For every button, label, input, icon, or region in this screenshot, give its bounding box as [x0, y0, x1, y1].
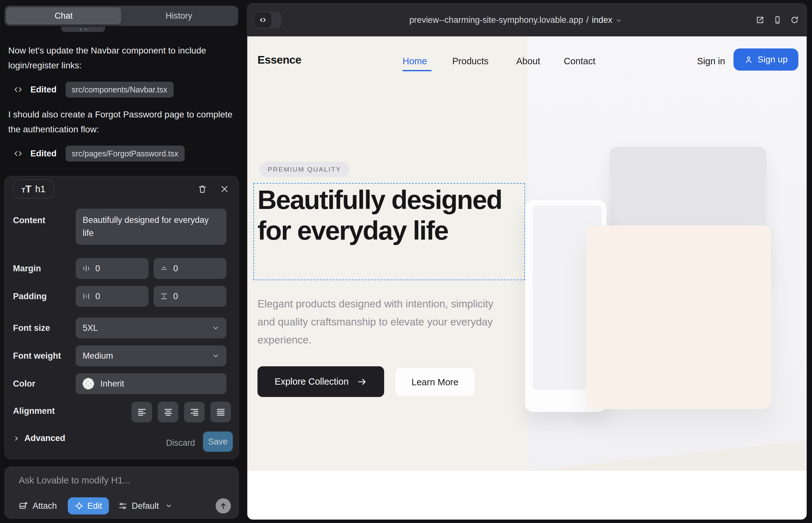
send-button[interactable]	[216, 498, 231, 513]
content-label: Content	[13, 216, 45, 226]
chevron-right-icon	[13, 435, 20, 442]
padding-horizontal-icon	[82, 292, 90, 301]
target-icon	[75, 502, 84, 510]
align-left-icon	[137, 407, 147, 417]
align-justify-button[interactable]	[210, 402, 231, 422]
attach-button[interactable]: Attach	[19, 501, 57, 511]
selected-element-tag[interactable]: TT h1	[13, 180, 54, 198]
mobile-device-icon	[773, 16, 782, 24]
chevron-down-icon	[212, 324, 219, 332]
tab-chat[interactable]: Chat	[6, 7, 121, 24]
arrow-up-icon	[219, 502, 227, 510]
app-root: Chat History Now let's update the Navbar…	[0, 0, 812, 523]
font-size-select[interactable]: 5XL	[76, 318, 226, 339]
code-icon	[13, 85, 23, 94]
color-label: Color	[13, 379, 35, 389]
nav-link-products[interactable]: Products	[452, 56, 488, 67]
open-external-button[interactable]	[755, 15, 765, 25]
site-logo[interactable]: Essence	[258, 54, 301, 66]
margin-label: Margin	[13, 264, 41, 273]
file-chip[interactable]: src/components/Navbar.tsx	[66, 82, 174, 97]
padding-x-input[interactable]: 0	[76, 286, 148, 307]
assistant-message: I should also create a Forgot Password p…	[8, 107, 234, 137]
close-icon	[220, 184, 229, 194]
font-weight-label: Font weight	[13, 351, 61, 361]
preview-browser-window: preview--charming-site-symphony.lovable.…	[247, 3, 807, 520]
discard-button[interactable]: Discard	[160, 433, 201, 452]
close-editor-button[interactable]	[217, 182, 231, 196]
padding-vertical-icon	[160, 292, 168, 301]
margin-y-input[interactable]: 0	[154, 258, 226, 279]
align-right-button[interactable]	[184, 402, 205, 422]
align-right-icon	[189, 407, 199, 417]
margin-x-input[interactable]: 0	[76, 258, 148, 279]
nav-link-home[interactable]: Home	[403, 56, 427, 67]
explore-collection-button[interactable]: Explore Collection	[258, 366, 384, 397]
sign-in-link[interactable]: Sign in	[697, 56, 725, 67]
edit-mode-button[interactable]: Edit	[68, 497, 109, 515]
arrow-right-icon	[357, 377, 367, 387]
refresh-button[interactable]	[790, 16, 799, 24]
color-select[interactable]: Inherit	[76, 373, 226, 394]
refresh-icon	[790, 16, 799, 24]
font-size-label: Font size	[13, 323, 50, 333]
content-input[interactable]: Beautifully designed for everyday life	[76, 209, 226, 245]
trash-icon	[198, 184, 207, 194]
align-center-icon	[163, 407, 173, 417]
edited-label: Edited	[30, 149, 57, 159]
url-bar[interactable]: preview--charming-site-symphony.lovable.…	[409, 3, 622, 36]
chat-prompt-input[interactable]	[19, 475, 225, 486]
margin-vertical-icon	[160, 264, 168, 273]
alignment-label: Alignment	[13, 406, 55, 416]
padding-y-input[interactable]: 0	[154, 286, 226, 307]
tab-history[interactable]: History	[121, 7, 236, 24]
padding-label: Padding	[13, 292, 47, 301]
code-icon	[259, 16, 267, 24]
element-editor-panel: TT h1 Content Beautifully designed for e…	[4, 176, 239, 459]
chat-history-tabbar: Chat History	[4, 6, 238, 26]
chevron-down-icon	[212, 352, 219, 360]
assistant-message: Now let's update the Navbar component to…	[8, 43, 234, 73]
premium-quality-badge: PREMIUM QUALITY	[259, 162, 349, 177]
url-host: preview--charming-site-symphony.lovable.…	[409, 15, 583, 25]
url-separator: /	[586, 15, 589, 25]
attach-image-icon	[19, 501, 28, 511]
file-chip[interactable]: src/pages/ForgotPassword.tsx	[66, 146, 184, 161]
mobile-preview-button[interactable]	[773, 16, 782, 24]
hero-description: Elegant products designed with intention…	[258, 295, 511, 349]
align-center-button[interactable]	[158, 402, 178, 422]
delete-element-button[interactable]	[195, 182, 209, 196]
code-toggle-segment[interactable]	[254, 12, 272, 28]
preview-page: Essence Home Products About Contact Sign…	[247, 36, 807, 520]
chat-input-container: Attach Edit Default	[4, 467, 239, 519]
chrome-actions	[755, 3, 799, 36]
external-link-icon	[755, 15, 765, 25]
url-path: index	[592, 15, 613, 25]
learn-more-button[interactable]: Learn More	[395, 367, 475, 397]
save-button[interactable]: Save	[203, 432, 233, 452]
font-weight-select[interactable]: Medium	[76, 345, 226, 366]
align-left-button[interactable]	[131, 402, 152, 422]
chevron-down-icon	[165, 502, 172, 509]
sign-up-button[interactable]: Sign up	[734, 49, 798, 71]
tag-name: h1	[35, 184, 45, 194]
nav-link-about[interactable]: About	[516, 56, 540, 67]
margin-horizontal-icon	[82, 264, 90, 273]
scrolled-content-peek	[61, 26, 105, 32]
nav-active-underline	[403, 70, 432, 71]
code-view-toggle[interactable]	[254, 12, 282, 28]
decor-rect-beige	[586, 226, 771, 409]
model-default-button[interactable]: Default	[119, 501, 172, 511]
element-selection-outline[interactable]	[253, 183, 525, 280]
sliders-icon	[119, 502, 127, 510]
user-icon	[744, 55, 753, 64]
edited-file-row: Edited src/pages/ForgotPassword.tsx	[13, 146, 184, 161]
chat-input-toolbar: Attach Edit Default	[19, 497, 231, 515]
browser-chrome: preview--charming-site-symphony.lovable.…	[247, 3, 807, 36]
align-justify-icon	[216, 407, 226, 417]
color-swatch	[83, 378, 94, 390]
chevron-down-icon	[615, 17, 622, 24]
edited-label: Edited	[30, 85, 57, 95]
nav-link-contact[interactable]: Contact	[564, 56, 595, 67]
advanced-toggle[interactable]: Advanced	[13, 433, 65, 443]
